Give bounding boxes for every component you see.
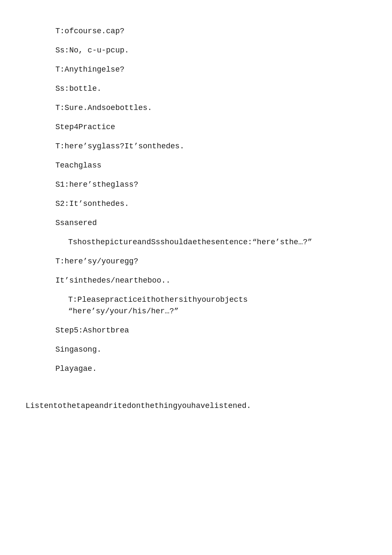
line-2: Ss:No, c-u-pcup. xyxy=(55,45,358,56)
line-17-text: Singasong. xyxy=(55,345,101,354)
main-content: T:ofcourse.cap? Ss:No, c-u-pcup. T:Anyth… xyxy=(0,26,392,375)
line-14: It’sinthedes/neartheboo.. xyxy=(55,275,358,286)
footer-line: Listentothetapeandritedonthethingyouhave… xyxy=(26,400,366,412)
line-4-text: Ss:bottle. xyxy=(55,84,101,93)
line-7-text: T:here’syglass?It’sonthedes. xyxy=(55,142,184,150)
line-1: T:ofcourse.cap? xyxy=(55,26,358,37)
line-7: T:here’syglass?It’sonthedes. xyxy=(55,141,358,152)
line-9: S1:here’stheglass? xyxy=(55,179,358,191)
line-6: Step4Practice xyxy=(55,121,358,133)
line-16: Step5:Ashortbrea xyxy=(55,325,358,336)
line-11-text: Ssansered xyxy=(55,219,97,227)
line-18: Playagae. xyxy=(55,363,358,375)
line-18-text: Playagae. xyxy=(55,364,97,373)
line-10-text: S2:It’sonthedes. xyxy=(55,199,129,208)
line-9-text: S1:here’stheglass? xyxy=(55,180,138,189)
line-17: Singasong. xyxy=(55,344,358,356)
line-15-text: T:Pleasepracticeithothersithyourobjects … xyxy=(68,295,248,315)
line-3: T:Anythingelse? xyxy=(55,64,358,75)
line-16-text: Step5:Ashortbrea xyxy=(55,326,129,335)
line-1-text: T:ofcourse.cap? xyxy=(55,27,124,35)
line-5: T:Sure.Andsoebottles. xyxy=(55,102,358,114)
line-5-text: T:Sure.Andsoebottles. xyxy=(55,104,152,112)
line-12: TshosthepictureandSsshouldaethesentence:… xyxy=(55,237,358,248)
line-14-text: It’sinthedes/neartheboo.. xyxy=(55,276,170,285)
line-3-text: T:Anythingelse? xyxy=(55,65,124,74)
line-10: S2:It’sonthedes. xyxy=(55,198,358,210)
line-12-text: TshosthepictureandSsshouldaethesentence:… xyxy=(68,238,312,246)
footer-text: Listentothetapeandritedonthethingyouhave… xyxy=(26,402,251,410)
line-8-text: Teachglass xyxy=(55,161,101,170)
line-8: Teachglass xyxy=(55,160,358,171)
line-4: Ss:bottle. xyxy=(55,83,358,95)
line-15: T:Pleasepracticeithothersithyourobjects … xyxy=(55,294,358,317)
line-2-text: Ss:No, c-u-pcup. xyxy=(55,46,129,55)
line-13-text: T:here’sy/youregg? xyxy=(55,257,138,266)
line-13: T:here’sy/youregg? xyxy=(55,256,358,267)
line-11: Ssansered xyxy=(55,217,358,229)
line-6-text: Step4Practice xyxy=(55,123,115,131)
